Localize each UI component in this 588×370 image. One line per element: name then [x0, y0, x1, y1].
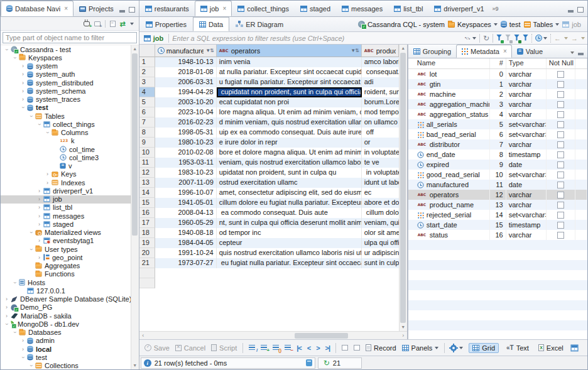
cell-operators[interactable]: od tempor inc: [217, 228, 362, 238]
cell-manufactured[interactable]: 1983-10-23: [155, 168, 217, 178]
tree-item-col-time[interactable]: col_time: [1, 145, 131, 153]
expander-icon[interactable]: ›: [36, 188, 43, 194]
cell-operators[interactable]: nt, sunt in culpa qui officia deserunt m…: [217, 218, 362, 228]
cell-manufactured[interactable]: 1998-05-31: [155, 128, 217, 138]
cell-manufactured[interactable]: 1940-08-18: [155, 228, 217, 238]
editor-tab-driverperf-v1[interactable]: driverperf_v1: [428, 1, 489, 16]
row-number-cell[interactable]: 20: [139, 248, 155, 258]
not-null-checkbox[interactable]: [557, 171, 564, 178]
cell-product-name[interactable]: off: [362, 128, 399, 138]
minimize-icon[interactable]: [578, 53, 584, 55]
row-number-cell[interactable]: 5: [139, 97, 155, 107]
row-number-cell[interactable]: 11: [139, 158, 155, 168]
tree-item-test[interactable]: ›test: [1, 104, 131, 112]
tree-item-driverperf-v1[interactable]: ›driverperf_v1: [1, 187, 131, 195]
metadata-row-operators[interactable]: operators12varchar: [408, 190, 587, 200]
cell-manufactured[interactable]: 2018-01-08: [155, 67, 217, 77]
breadcrumb-test[interactable]: test: [501, 21, 521, 28]
tree-item-mariadb-sakila[interactable]: ›MariaDB - sakila: [1, 312, 131, 320]
expander-icon[interactable]: ›: [19, 71, 26, 77]
not-null-checkbox[interactable]: [557, 151, 564, 158]
cell-operators[interactable]: upidatat non proident, sunt in culpa qu: [217, 168, 362, 178]
scrollbar-thumb[interactable]: [400, 53, 406, 323]
cell-manufactured[interactable]: 1984-04-05: [155, 238, 217, 248]
cancel-button[interactable]: Cancel: [175, 344, 205, 352]
last-row-icon[interactable]: >|: [325, 344, 330, 352]
tree-item-indexes[interactable]: ›Indexes: [1, 178, 131, 187]
cell-product-name[interactable]: te ve: [362, 158, 399, 168]
metadata-row-product-name[interactable]: product_name13varchar: [408, 200, 587, 210]
cell-product-name[interactable]: idunt ut labore: [362, 178, 399, 188]
tree-item-columns[interactable]: ›Columns: [1, 129, 131, 137]
cell-product-name[interactable]: on ullamco lab: [362, 117, 399, 128]
breadcrumb-job[interactable]: job: [562, 21, 581, 28]
scroll-left-icon[interactable]: ‹: [139, 332, 147, 339]
expander-icon[interactable]: ›: [36, 213, 43, 219]
tree-item-collections[interactable]: ›Collections: [1, 362, 131, 370]
grid-vertical-scrollbar[interactable]: ▲ ▼: [399, 45, 407, 331]
column-header-name[interactable]: Name: [408, 58, 490, 68]
metadata-row-status[interactable]: status16varchar: [408, 230, 587, 240]
expander-icon[interactable]: ›: [36, 121, 43, 128]
filter-history-icon[interactable]: [472, 37, 476, 40]
column-header-product-name[interactable]: product_name: [362, 45, 399, 57]
tree-item-system-auth[interactable]: ›system_auth: [1, 70, 131, 79]
cell-manufactured[interactable]: 2016-02-23: [155, 117, 217, 128]
editor-tab-staged[interactable]: staged: [295, 1, 336, 16]
new-folder-icon[interactable]: [94, 21, 101, 26]
tree-item-test[interactable]: ›test: [1, 353, 131, 361]
previous-row-icon[interactable]: <: [307, 344, 310, 352]
entity-chip[interactable]: job: [142, 35, 166, 42]
cell-manufactured[interactable]: 1960-05-29: [155, 218, 217, 228]
row-number-cell[interactable]: [139, 268, 155, 278]
breadcrumb-keyspaces[interactable]: Keyspaces: [448, 21, 498, 28]
cell-operators[interactable]: e irure dolor in repr: [217, 138, 362, 148]
scroll-right-icon[interactable]: ›: [400, 332, 407, 339]
cell-operators[interactable]: veniam, quis nostrud exercitation ullamc…: [217, 158, 362, 168]
cell-product-name[interactable]: olor sit amet, c: [362, 228, 399, 238]
cell-operators[interactable]: quis nostrud exercitation ullamco labori…: [217, 248, 362, 258]
close-icon[interactable]: ×: [222, 5, 226, 12]
script-button[interactable]: Script: [211, 344, 237, 352]
tree-item-col-time3[interactable]: col_time3: [1, 153, 131, 161]
tree-item-list-tbl[interactable]: ›list_tbl: [1, 204, 131, 212]
not-null-checkbox[interactable]: [557, 202, 564, 209]
add-row-icon[interactable]: +: [261, 345, 267, 351]
not-null-checkbox[interactable]: [557, 232, 564, 239]
tree-item-collect-things[interactable]: ›collect_things: [1, 120, 131, 128]
cell-manufactured[interactable]: 1996-10-07: [155, 188, 217, 198]
not-null-checkbox[interactable]: [557, 141, 564, 148]
expander-icon[interactable]: ›: [19, 63, 26, 69]
maximize-icon[interactable]: [577, 7, 584, 13]
expander-icon[interactable]: ›: [3, 304, 10, 310]
expander-icon[interactable]: ›: [3, 313, 10, 319]
expander-icon[interactable]: ›: [28, 362, 35, 369]
row-number-cell[interactable]: 14: [139, 188, 155, 198]
grid-columns-icon[interactable]: [570, 345, 578, 352]
breadcrumb-tables[interactable]: Tables: [524, 21, 560, 28]
cell-product-name[interactable]: amco laboris ni: [362, 57, 399, 67]
tree-item-admin[interactable]: ›admin: [1, 337, 131, 345]
not-null-checkbox[interactable]: [557, 91, 564, 98]
cell-operators[interactable]: ostrud exercitation ullamc: [217, 178, 362, 188]
editor-tab-job[interactable]: job×: [195, 1, 232, 16]
row-number-cell[interactable]: 13: [139, 178, 155, 188]
cell-operators[interactable]: cillum dolore eu fugiat nulla pariatur. …: [217, 198, 362, 208]
not-null-checkbox[interactable]: [557, 212, 564, 219]
row-number-cell[interactable]: 21: [139, 258, 155, 268]
cell-product-name[interactable]: or: [362, 138, 399, 148]
settings-menu-icon[interactable]: [459, 347, 463, 349]
tree-item-aggregates[interactable]: Aggregates: [1, 262, 131, 270]
cell-manufactured[interactable]: 1991-10-24: [155, 248, 217, 258]
custom-filter-icon[interactable]: [523, 35, 528, 42]
not-null-checkbox[interactable]: [557, 71, 564, 78]
metadata-row-distributor[interactable]: distributor7varchar: [408, 139, 587, 150]
row-number-cell[interactable]: 9: [139, 138, 155, 148]
metadata-row-start-date[interactable]: start_date15timestamp: [408, 220, 587, 230]
save-filter-icon[interactable]: [514, 35, 520, 42]
cell-product-name[interactable]: in voluptate ve: [362, 168, 399, 178]
auto-refresh-menu-icon[interactable]: [543, 37, 547, 40]
metadata-row-manufactured[interactable]: manufactured11date: [408, 180, 587, 190]
row-number-cell[interactable]: 4: [139, 87, 155, 97]
column-header-num[interactable]: #: [490, 58, 506, 68]
